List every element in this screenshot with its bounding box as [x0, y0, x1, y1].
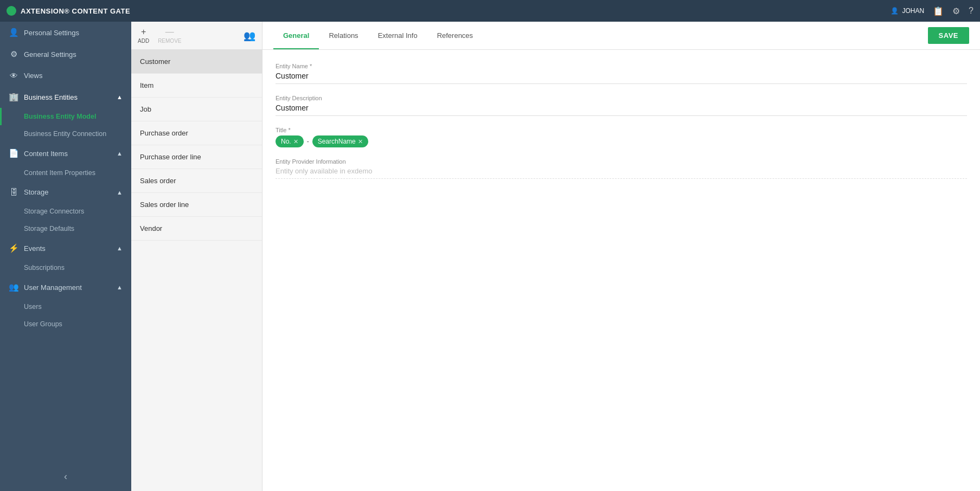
entity-item-vendor[interactable]: Vendor: [131, 217, 262, 241]
chip-no[interactable]: No. ✕: [276, 135, 304, 147]
entity-item-purchase-order-line[interactable]: Purchase order line: [131, 145, 262, 169]
settings-icon[interactable]: ⚙: [952, 6, 960, 16]
content-items-chevron: ▲: [117, 150, 123, 157]
entity-provider-field: Entity Provider Information Entity only …: [276, 158, 967, 179]
sidebar-sub-label-users: Users: [24, 303, 42, 311]
remove-label: REMOVE: [158, 38, 181, 44]
chip-search-name[interactable]: SearchName ✕: [312, 135, 368, 147]
entity-label-sales-order: Sales order: [140, 177, 176, 185]
sidebar-label-business-entities: Business Entities: [24, 93, 111, 101]
sidebar-sub-item-business-entity-model[interactable]: Business Entity Model: [0, 108, 131, 125]
user-management-chevron: ▲: [117, 284, 123, 290]
sidebar-item-events[interactable]: ⚡ Events ▲: [0, 237, 131, 259]
sidebar-label-user-management: User Management: [24, 283, 111, 292]
content-header: General Relations External Info Referenc…: [262, 22, 980, 50]
sidebar-item-personal-settings[interactable]: 👤 Personal Settings: [0, 22, 131, 43]
views-icon: 👁: [9, 71, 18, 80]
sidebar-label-views: Views: [24, 72, 123, 80]
tab-general[interactable]: General: [273, 23, 319, 49]
storage-icon: 🗄: [9, 188, 18, 197]
business-entities-chevron: ▲: [117, 94, 123, 100]
sidebar-item-user-management[interactable]: 👥 User Management ▲: [0, 276, 131, 298]
events-chevron: ▲: [117, 245, 123, 251]
sidebar-item-views[interactable]: 👁 Views: [0, 65, 131, 86]
general-settings-icon: ⚙: [9, 49, 18, 59]
sidebar-sub-label-user-groups: User Groups: [24, 320, 62, 328]
sidebar-collapse-button[interactable]: ‹: [64, 471, 67, 482]
entity-provider-placeholder[interactable]: Entity only available in exdemo: [276, 167, 967, 179]
middle-panel: + ADD — REMOVE 👥 Customer Item Job Purch: [131, 22, 262, 491]
remove-button[interactable]: — REMOVE: [158, 27, 181, 44]
entity-item-job[interactable]: Job: [131, 98, 262, 121]
top-header: AXTENSION® CONTENT GATE 👤 JOHAN 📋 ⚙ ?: [0, 0, 980, 22]
entity-name-label: Entity Name *: [276, 63, 967, 69]
sidebar-sub-item-storage-connectors[interactable]: Storage Connectors: [0, 203, 131, 220]
tab-external-info-label: External Info: [378, 31, 418, 40]
business-entities-icon: 🏢: [9, 92, 18, 102]
tab-references[interactable]: References: [427, 23, 483, 49]
sidebar-item-storage[interactable]: 🗄 Storage ▲: [0, 182, 131, 203]
user-icon: 👤: [891, 7, 899, 15]
sidebar-sub-label-subscriptions: Subscriptions: [24, 264, 65, 272]
personal-settings-icon: 👤: [9, 28, 18, 37]
sidebar-label-personal-settings: Personal Settings: [24, 29, 123, 37]
entity-label-purchase-order-line: Purchase order line: [140, 153, 201, 161]
sidebar-item-business-entities[interactable]: 🏢 Business Entities ▲: [0, 86, 131, 108]
tab-external-info[interactable]: External Info: [368, 23, 427, 49]
sidebar-sub-label-business-entity-model: Business Entity Model: [24, 113, 96, 120]
sidebar-sub-item-user-groups[interactable]: User Groups: [0, 315, 131, 333]
chip-search-name-label: SearchName: [318, 138, 356, 145]
sidebar-sub-item-content-item-properties[interactable]: Content Item Properties: [0, 164, 131, 182]
storage-chevron: ▲: [117, 189, 123, 196]
entity-description-value[interactable]: Customer: [276, 104, 967, 116]
help-icon[interactable]: ?: [969, 6, 973, 16]
notifications-icon[interactable]: 📋: [933, 6, 944, 16]
entity-item-item[interactable]: Item: [131, 74, 262, 98]
user-info: 👤 JOHAN: [891, 7, 924, 15]
content-items-icon: 📄: [9, 148, 18, 158]
middle-toolbar: + ADD — REMOVE 👥: [131, 22, 262, 50]
chip-no-close[interactable]: ✕: [293, 138, 298, 145]
add-icon: +: [141, 27, 146, 37]
sidebar-sub-item-storage-defaults[interactable]: Storage Defaults: [0, 220, 131, 237]
sidebar-label-storage: Storage: [24, 188, 111, 196]
entity-label-job: Job: [140, 105, 151, 113]
sidebar-label-general-settings: General Settings: [24, 50, 123, 59]
content-area: General Relations External Info Referenc…: [262, 22, 980, 491]
entity-name-value[interactable]: Customer: [276, 72, 967, 84]
toolbar-right: 👥: [244, 30, 255, 42]
sidebar-sub-label-storage-connectors: Storage Connectors: [24, 208, 84, 215]
sidebar-sub-label-content-item-properties: Content Item Properties: [24, 169, 95, 177]
sidebar-sub-label-business-entity-connection: Business Entity Connection: [24, 130, 106, 138]
entity-label-vendor: Vendor: [140, 224, 162, 232]
entity-label-customer: Customer: [140, 57, 170, 66]
sidebar-sub-item-users[interactable]: Users: [0, 298, 131, 315]
main-layout: 👤 Personal Settings ⚙ General Settings 👁…: [0, 22, 980, 491]
sidebar-item-general-settings[interactable]: ⚙ General Settings: [0, 43, 131, 65]
entity-item-sales-order-line[interactable]: Sales order line: [131, 193, 262, 217]
sidebar-label-content-items: Content Items: [24, 150, 111, 158]
title-chips: No. ✕ - SearchName ✕: [276, 135, 967, 147]
tab-relations[interactable]: Relations: [319, 23, 368, 49]
add-label: ADD: [138, 38, 149, 44]
sidebar: 👤 Personal Settings ⚙ General Settings 👁…: [0, 22, 131, 491]
tab-bar: General Relations External Info Referenc…: [273, 23, 928, 49]
entity-item-purchase-order[interactable]: Purchase order: [131, 121, 262, 145]
people-icon[interactable]: 👥: [244, 30, 255, 41]
username: JOHAN: [902, 7, 924, 15]
sidebar-sub-item-business-entity-connection[interactable]: Business Entity Connection: [0, 125, 131, 143]
content-body: Entity Name * Customer Entity Descriptio…: [262, 50, 980, 491]
entity-provider-label: Entity Provider Information: [276, 158, 967, 165]
save-button[interactable]: SAVE: [928, 27, 969, 44]
title-field: Title * No. ✕ - SearchName ✕: [276, 127, 967, 147]
app-title: AXTENSION® CONTENT GATE: [21, 7, 130, 15]
add-button[interactable]: + ADD: [138, 27, 149, 44]
sidebar-sub-item-subscriptions[interactable]: Subscriptions: [0, 259, 131, 276]
entity-name-field: Entity Name * Customer: [276, 63, 967, 84]
entity-item-customer[interactable]: Customer: [131, 50, 262, 74]
sidebar-item-content-items[interactable]: 📄 Content Items ▲: [0, 143, 131, 164]
chip-search-name-close[interactable]: ✕: [358, 138, 363, 145]
tab-references-label: References: [437, 31, 473, 40]
entity-item-sales-order[interactable]: Sales order: [131, 169, 262, 193]
sidebar-label-events: Events: [24, 244, 111, 253]
